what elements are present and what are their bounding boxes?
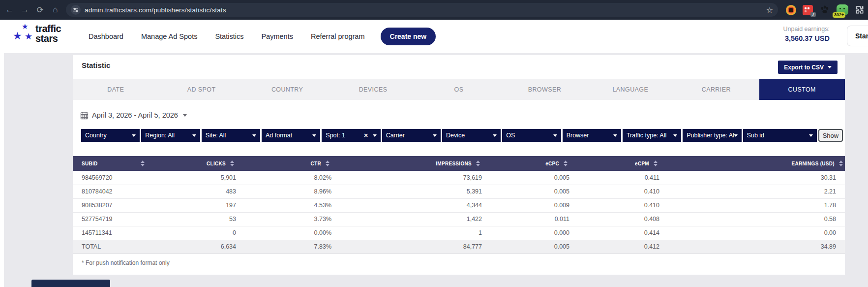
sort-arrows-icon[interactable] (564, 160, 568, 166)
tab-ad-spot[interactable]: AD SPOT (158, 79, 244, 100)
value-cell: 4.53% (236, 198, 331, 212)
unpaid-earnings: Unpaid earnings: 3,560.37 USD (783, 26, 830, 42)
subid-cell: 810784042 (73, 185, 147, 198)
app-header: ★ ★ ★ traffic stars DashboardManage Ad S… (0, 20, 868, 53)
tab-country[interactable]: COUNTRY (244, 79, 330, 100)
filter-browser[interactable]: Browser (563, 129, 621, 142)
chevron-down-icon (312, 134, 316, 137)
filter-os[interactable]: OS (502, 129, 561, 142)
value-cell: 30.31 (659, 171, 845, 185)
extension-red-icon[interactable]: 7 (803, 5, 813, 15)
value-cell: 0.58 (659, 212, 845, 226)
filter-publisher-type-all[interactable]: Publisher type: All (683, 129, 741, 142)
chevron-down-icon (132, 134, 136, 137)
filter-ad-format[interactable]: Ad format (262, 129, 320, 142)
filter-label: Spot: 1 (326, 132, 363, 139)
trafficstars-logo[interactable]: ★ ★ ★ traffic stars (7, 22, 76, 51)
value-cell: 0.005 (482, 185, 569, 198)
table-row: 9845697205,9018.02%73,6190.0050.41130.31 (73, 171, 845, 185)
filter-region-all[interactable]: Region: All (141, 129, 200, 142)
show-button[interactable]: Show (818, 129, 843, 142)
main-nav: DashboardManage Ad SpotsStatisticsPaymen… (89, 20, 436, 53)
value-cell: 73,619 (331, 171, 482, 185)
nav-item-manage-ad-spots[interactable]: Manage Ad Spots (141, 32, 197, 40)
chevron-down-icon (809, 134, 813, 137)
value-cell: 8.02% (236, 171, 331, 185)
column-header-ctr[interactable]: CTR (236, 156, 331, 171)
create-new-button[interactable]: Create new (381, 28, 436, 45)
nav-item-dashboard[interactable]: Dashboard (89, 32, 123, 40)
logo-star-icon: ★ (25, 32, 32, 41)
sort-arrows-icon[interactable] (476, 160, 480, 166)
filter-label: Ad format (266, 132, 312, 139)
column-header-ecpc[interactable]: eCPC (482, 156, 569, 171)
tab-browser[interactable]: BROWSER (502, 79, 587, 100)
extension-paw-icon[interactable] (819, 4, 830, 15)
value-cell: 1 (331, 226, 482, 240)
value-cell: 0.00% (236, 226, 331, 240)
tab-date[interactable]: DATE (73, 79, 158, 100)
value-cell: 0.410 (569, 185, 659, 198)
extensions-puzzle-icon[interactable] (855, 5, 865, 15)
refresh-icon[interactable]: ⟳ (32, 2, 48, 18)
url-bar[interactable]: admin.trafficstars.com/publishers/statis… (66, 3, 778, 17)
value-cell: 4,344 (331, 198, 482, 212)
filter-spot-1[interactable]: Spot: 1✕ (322, 129, 380, 142)
sort-arrows-icon[interactable] (654, 160, 658, 166)
filter-sub-id[interactable]: Sub id (743, 129, 817, 142)
extension-eye-icon[interactable] (786, 5, 796, 15)
column-header-impressions[interactable]: IMPRESSIONS (331, 156, 482, 171)
extension-green-icon[interactable]: 302+ (837, 4, 848, 15)
tab-custom[interactable]: CUSTOM (759, 79, 845, 100)
total-label-cell: TOTAL (73, 240, 147, 254)
back-icon[interactable]: ← (2, 2, 17, 18)
filter-site-all[interactable]: Site: All (202, 129, 260, 142)
chevron-down-icon (828, 66, 832, 68)
filter-carrier[interactable]: Carrier (382, 129, 441, 142)
bookmark-star-icon[interactable]: ☆ (766, 5, 773, 15)
sort-arrows-icon[interactable] (839, 160, 843, 166)
chevron-down-icon (192, 134, 196, 137)
tab-os[interactable]: OS (416, 79, 502, 100)
value-cell: 5,391 (331, 185, 482, 198)
logo-star-icon: ★ (13, 31, 22, 41)
value-cell: 0.009 (482, 198, 569, 212)
column-header-subid[interactable]: SUBID (73, 156, 147, 171)
user-menu-button[interactable]: Stanis (847, 26, 868, 46)
date-range-picker[interactable]: April 3, 2026 - April 5, 2026 (80, 108, 187, 122)
table-row: 8107840424838.96%5,3910.0050.4102.21 (73, 185, 845, 198)
tab-language[interactable]: LANGUAGE (588, 79, 673, 100)
tab-devices[interactable]: DEVICES (330, 79, 416, 100)
nav-item-referral-program[interactable]: Referral program (311, 32, 365, 40)
extension-toolbar: 7 302+ (786, 4, 865, 15)
nav-item-statistics[interactable]: Statistics (215, 32, 243, 40)
chevron-down-icon (553, 134, 557, 137)
unpaid-earnings-label: Unpaid earnings: (783, 26, 830, 32)
filter-traffic-type-all[interactable]: Traffic type: All (623, 129, 681, 142)
clear-filter-icon[interactable]: ✕ (363, 132, 368, 139)
site-settings-icon[interactable] (71, 5, 81, 15)
table-row: 527754719533.73%1,4220.0110.4080.58 (73, 212, 845, 226)
filter-label: Carrier (386, 132, 433, 139)
column-header-clicks[interactable]: CLICKS (147, 156, 236, 171)
chevron-down-icon (493, 134, 497, 137)
sort-arrows-icon[interactable] (230, 160, 234, 166)
home-icon[interactable]: ⌂ (48, 2, 63, 18)
column-header-ecpm[interactable]: eCPM (569, 156, 659, 171)
column-label: IMPRESSIONS (436, 161, 472, 166)
sort-arrows-icon[interactable] (141, 160, 145, 166)
export-csv-button[interactable]: Export to CSV (778, 61, 838, 74)
filter-country[interactable]: Country (81, 129, 140, 142)
filter-device[interactable]: Device (442, 129, 501, 142)
sort-arrows-icon[interactable] (326, 160, 329, 166)
column-header-earnings-usd[interactable]: EARNINGS (USD) (659, 156, 845, 171)
value-cell: 0.410 (569, 198, 659, 212)
forward-icon[interactable]: → (17, 2, 32, 18)
tab-carrier[interactable]: CARRIER (673, 79, 759, 100)
statistic-card: Statistic Export to CSV DATEAD SPOTCOUNT… (73, 55, 845, 275)
chevron-down-icon (373, 134, 377, 137)
filter-label: Country (85, 132, 132, 139)
nav-item-payments[interactable]: Payments (261, 32, 293, 40)
chevron-down-icon (433, 134, 437, 137)
value-cell: 8.96% (236, 185, 331, 198)
